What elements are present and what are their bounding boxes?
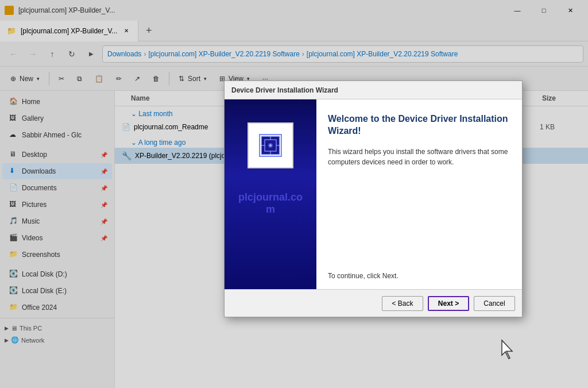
wizard-left-content: plcjournal.com (225, 111, 316, 239)
wizard-footer: < Back Next > Cancel (225, 289, 522, 317)
back-button[interactable]: < Back (382, 296, 423, 311)
wizard-logo (247, 122, 293, 168)
wizard-heading: Welcome to the Device Driver Installatio… (328, 113, 510, 137)
wizard-body: plcjournal.com Welcome to the Device Dri… (225, 99, 522, 289)
next-button[interactable]: Next > (428, 296, 469, 311)
wizard-left-panel: plcjournal.com (225, 99, 316, 289)
wizard-continue: To continue, click Next. (328, 272, 510, 280)
wizard-watermark: plcjournal.com (230, 180, 311, 227)
wizard-title: Device Driver Installation Wizard (231, 86, 338, 94)
wizard-description: This wizard helps you install the softwa… (328, 147, 510, 260)
cancel-button[interactable]: Cancel (474, 296, 515, 311)
wizard-titlebar: Device Driver Installation Wizard (225, 81, 522, 99)
wizard-right-panel: Welcome to the Device Driver Installatio… (316, 99, 522, 289)
svg-point-7 (269, 144, 272, 147)
wizard-dialog: Device Driver Installation Wizard (224, 80, 523, 317)
circuit-icon (259, 134, 282, 157)
